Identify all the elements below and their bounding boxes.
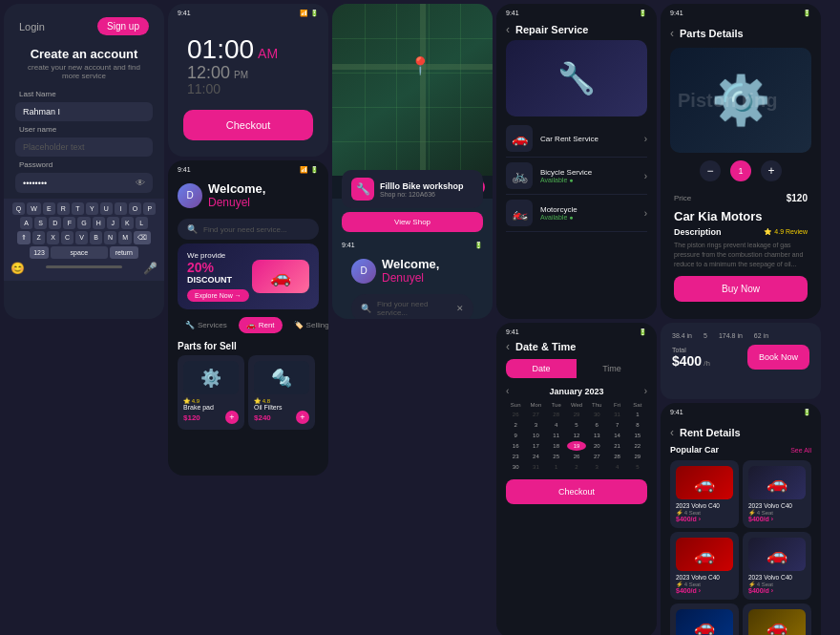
map-line — [332, 107, 493, 108]
key-r[interactable]: R — [57, 202, 70, 215]
brake-add-button[interactable]: + — [225, 411, 239, 424]
tab-services[interactable]: 🔧 Services — [178, 317, 235, 333]
promo-banner: We provide 20% DISCOUNT Explore Now → 🚗 — [178, 243, 319, 309]
car-card-2[interactable]: 🚗 2023 Volvo C40 ⚡ 4 Seat $400/d › — [743, 460, 811, 528]
bicycle-service-name: Bicycle Service — [540, 168, 592, 177]
back-button-rent[interactable]: ‹ — [670, 426, 674, 439]
key-y[interactable]: Y — [86, 202, 98, 215]
time-tab[interactable]: Time — [577, 359, 647, 378]
view-shop-button[interactable]: View Shop — [342, 212, 483, 232]
engine-label: Piston ring — [678, 90, 777, 112]
key-123[interactable]: 123 — [30, 246, 49, 259]
key-d[interactable]: D — [49, 217, 61, 229]
user-name-input[interactable]: Placeholder text — [15, 138, 153, 157]
key-l[interactable]: L — [136, 217, 148, 229]
password-toggle-icon[interactable]: 👁 — [136, 178, 145, 188]
key-w[interactable]: W — [27, 202, 41, 215]
brake-rating: ⭐ 4.9 — [183, 397, 239, 404]
map-pin[interactable]: 📍 — [410, 55, 430, 76]
motorcycle-service-avail: Available ● — [540, 214, 578, 221]
oil-add-button[interactable]: + — [296, 411, 309, 424]
key-c[interactable]: C — [61, 231, 74, 244]
car-service-arrow: › — [644, 134, 647, 144]
calendar-checkout-button[interactable]: Checkout — [506, 479, 647, 504]
key-i[interactable]: I — [115, 202, 127, 215]
promo-car-image: 🚗 — [252, 260, 309, 293]
key-z[interactable]: Z — [32, 231, 45, 244]
checkout-button[interactable]: Checkout — [183, 110, 313, 140]
services-icon: 🔧 — [185, 321, 195, 329]
key-f[interactable]: F — [63, 217, 75, 229]
car-name: Car Kia Motors — [661, 207, 821, 225]
car-card-3[interactable]: 🚗 2023 Volvo C40 ⚡ 4 Seat $400/d › — [670, 532, 739, 600]
signup-button[interactable]: Sign up — [97, 17, 149, 35]
part-card-oil[interactable]: 🔩 ⭐ 4.8 Oil Filters $240 + — [248, 355, 315, 430]
stats-row: 38.4 in 5 174.8 in 62 in — [672, 332, 768, 339]
key-backspace[interactable]: ⌫ — [134, 231, 151, 244]
time-period: AM — [258, 46, 278, 61]
key-shift[interactable]: ⇑ — [17, 231, 31, 244]
key-return[interactable]: return — [110, 246, 138, 259]
part-card-brake[interactable]: ⚙️ ⭐ 4.9 Brake pad $120 + — [178, 355, 244, 430]
key-k[interactable]: K — [121, 217, 134, 229]
key-g[interactable]: G — [77, 217, 90, 229]
parts-detail-screen: 9:41 🔋 ‹ Parts Details Piston ring ⚙️ − … — [661, 4, 821, 319]
price-value: $120 — [787, 193, 808, 203]
emoji-icon[interactable]: 😊 — [10, 262, 25, 275]
car-card-5[interactable]: 🚗 2023 Volvo C40 ⚡ 4 Seat $400/d › — [670, 603, 739, 635]
motorcycle-service-arrow: › — [644, 208, 647, 219]
welcome-name: Denuyel — [208, 196, 265, 209]
calendar-nav: ‹ January 2023 › — [496, 382, 657, 400]
search-bar[interactable]: 🔍 Find your need service... — [178, 219, 319, 240]
key-v[interactable]: V — [75, 231, 88, 244]
mic-icon[interactable]: 🎤 — [143, 262, 158, 275]
key-a[interactable]: A — [20, 217, 32, 229]
key-t[interactable]: T — [72, 202, 84, 215]
key-e[interactable]: E — [43, 202, 55, 215]
see-all-button[interactable]: See All — [790, 447, 811, 454]
key-m[interactable]: M — [118, 231, 132, 244]
search-bar-2[interactable]: 🔍 Find your need service... ✕ — [351, 294, 473, 319]
tab-rent[interactable]: 🚗 Rent — [239, 317, 283, 333]
key-p[interactable]: P — [143, 202, 156, 215]
last-name-label: Last Name — [4, 88, 164, 100]
time-display: 01:00 AM 12:00 PM 11:00 — [168, 19, 328, 100]
last-name-input[interactable]: Rahman I — [15, 102, 153, 121]
login-tab[interactable]: Login — [19, 21, 45, 32]
buy-now-button[interactable]: Buy Now — [674, 276, 808, 302]
key-space[interactable]: space — [51, 246, 108, 259]
key-u[interactable]: U — [100, 202, 113, 215]
qty-increase-button[interactable]: + — [761, 160, 782, 181]
car-card-6[interactable]: 🚗 2023 Volvo C40 ⚡ 4 Seat $400/d › — [743, 603, 811, 635]
map-line — [460, 4, 461, 176]
car-rent-service-item[interactable]: 🚗 Car Rent Service › — [506, 120, 647, 158]
key-j[interactable]: J — [107, 217, 119, 229]
qty-decrease-button[interactable]: − — [700, 160, 721, 181]
map-line — [396, 4, 397, 176]
bicycle-service-item[interactable]: 🚲 Bicycle Service Available ● › — [506, 158, 647, 195]
book-now-button[interactable]: Book Now — [747, 345, 809, 370]
key-s[interactable]: S — [34, 217, 47, 229]
car-card-4[interactable]: 🚗 2023 Volvo C40 ⚡ 4 Seat $400/d › — [743, 532, 811, 600]
user-name-label: User name — [4, 123, 164, 136]
password-input[interactable]: •••••••• 👁 — [15, 173, 153, 193]
rent-details-header: ‹ Rent Details — [661, 418, 821, 443]
prev-month-button[interactable]: ‹ — [506, 386, 509, 396]
total-label: Total — [672, 347, 710, 353]
key-b[interactable]: B — [90, 231, 102, 244]
oil-filter-image: 🔩 — [254, 361, 309, 394]
close-search-icon[interactable]: ✕ — [456, 304, 464, 313]
motorcycle-service-item[interactable]: 🏍️ Motorcycle Available ● › — [506, 195, 647, 232]
key-n[interactable]: N — [104, 231, 116, 244]
date-tab[interactable]: Date — [506, 359, 577, 378]
key-h[interactable]: H — [93, 217, 105, 229]
car-card-1[interactable]: 🚗 2023 Volvo C40 ⚡ 4 Seat $400/d › — [670, 460, 739, 528]
back-button-parts[interactable]: ‹ — [670, 27, 674, 40]
tab-selling[interactable]: 🏷️ Selling — [286, 317, 328, 333]
next-month-button[interactable]: › — [644, 386, 647, 396]
key-x[interactable]: X — [47, 231, 59, 244]
time-screen: 9:41 📶 🔋 01:00 AM 12:00 PM 11:00 Checkou… — [168, 4, 328, 157]
key-q[interactable]: Q — [12, 202, 25, 215]
key-o[interactable]: O — [129, 202, 141, 215]
explore-button[interactable]: Explore Now → — [187, 289, 249, 302]
